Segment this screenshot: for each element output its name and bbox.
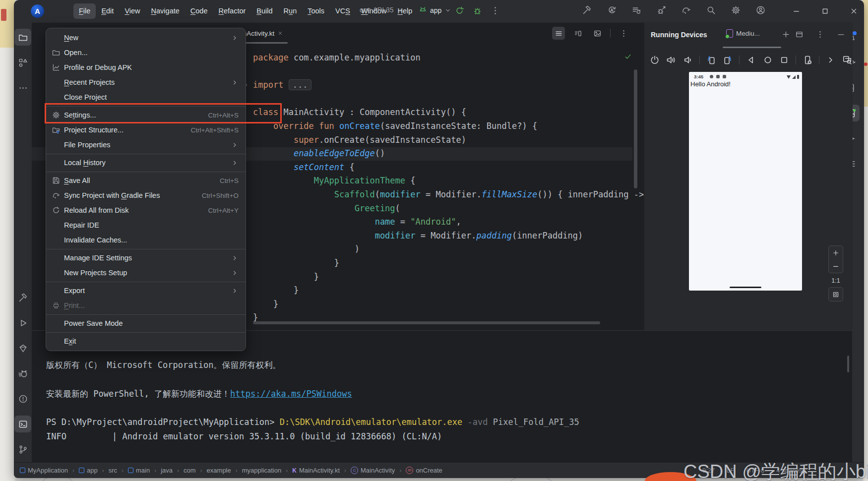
menu-view[interactable]: View <box>119 3 145 19</box>
file-menu-item-invalidate-caches[interactable]: Invalidate Caches... <box>46 233 246 247</box>
menu-code[interactable]: Code <box>185 3 213 19</box>
menu-build[interactable]: Build <box>251 3 278 19</box>
fit-to-frame-button[interactable] <box>828 287 843 301</box>
search-icon[interactable] <box>706 5 716 15</box>
breadcrumb-separator: › <box>102 467 104 474</box>
win-max-button[interactable] <box>810 0 839 22</box>
device-settings-icon[interactable] <box>802 55 813 65</box>
kebab-v-icon[interactable] <box>815 29 825 39</box>
file-menu-item-close-project[interactable]: Close Project <box>46 90 246 105</box>
volume-down-icon[interactable] <box>682 55 693 65</box>
breadcrumb-com[interactable]: com <box>184 467 196 474</box>
win-min-icon[interactable] <box>836 29 846 39</box>
zoom-in-button[interactable] <box>829 246 843 259</box>
breadcrumb-myapplication[interactable]: myapplication <box>242 467 282 474</box>
tool-stripe-folder[interactable] <box>14 29 31 46</box>
kebab-v-icon[interactable] <box>490 5 500 16</box>
tool-stripe-run-triangle[interactable] <box>14 314 31 331</box>
file-menu-item-project-structure[interactable]: Project Structure...Ctrl+Alt+Shift+S <box>46 122 246 137</box>
list-sync-icon[interactable] <box>632 5 641 15</box>
terminal-link[interactable]: https://aka.ms/PSWindows <box>230 389 352 399</box>
menu-file[interactable]: File <box>73 3 96 19</box>
volume-up-icon[interactable] <box>666 55 677 65</box>
win-min-button[interactable] <box>782 0 810 22</box>
win-close-button[interactable] <box>839 0 868 22</box>
menu-icon-spacer <box>52 319 64 328</box>
file-menu-item-save-all[interactable]: Save AllCtrl+S <box>46 173 246 188</box>
breadcrumb-mainactivity[interactable]: CMainActivity <box>351 467 395 474</box>
breadcrumb-oncreate[interactable]: monCreate <box>406 467 442 474</box>
breadcrumb-app[interactable]: app <box>79 467 98 474</box>
menu-edit[interactable]: Edit <box>96 3 119 19</box>
breadcrumb-main[interactable]: main <box>128 467 150 474</box>
nav-home-icon[interactable] <box>762 55 773 65</box>
hammer-icon[interactable] <box>582 5 592 15</box>
rotate-left-icon[interactable] <box>706 55 717 65</box>
tool-stripe-git-branch[interactable] <box>14 441 31 458</box>
add-device-button[interactable] <box>781 29 791 39</box>
emulator-screen[interactable]: 3:45 Hello Android! <box>689 72 802 291</box>
breadcrumb-java[interactable]: java <box>161 467 173 474</box>
editor-vertical-scrollbar[interactable] <box>634 69 637 188</box>
close-icon[interactable] <box>278 31 283 36</box>
tool-stripe-gem[interactable] <box>14 340 31 357</box>
editor-horizontal-scrollbar[interactable] <box>253 321 600 324</box>
zoom-out-button[interactable] <box>829 259 843 273</box>
file-menu-item-exit[interactable]: Exit <box>46 334 246 349</box>
file-menu-item-reload-all-from-disk[interactable]: Reload All from DiskCtrl+Alt+Y <box>46 203 246 218</box>
file-menu-item-open[interactable]: Open... <box>46 45 246 60</box>
file-menu-item-profile-or-debug-apk[interactable]: Profile or Debug APK <box>46 60 246 75</box>
power-icon[interactable] <box>649 55 660 65</box>
phone-mirror-icon <box>726 29 733 38</box>
panel-layout-icon[interactable] <box>794 29 804 39</box>
menu-vcs[interactable]: VCS <box>330 3 356 19</box>
rerun-icon[interactable] <box>454 5 465 16</box>
file-menu-item-manage-ide-settings[interactable]: Manage IDE Settings <box>46 250 246 265</box>
kebab-v-icon[interactable] <box>617 27 630 40</box>
device-tab-medium-phone[interactable]: Mediu... <box>726 29 760 38</box>
file-menu-item-recent-projects[interactable]: Recent Projects <box>46 75 246 90</box>
split-view-icon[interactable] <box>571 27 584 40</box>
menu-tools[interactable]: Tools <box>302 3 330 19</box>
tool-stripe-problems[interactable] <box>14 390 31 407</box>
menu-run[interactable]: Run <box>278 3 303 19</box>
file-menu-item-sync-project-with-gradle-files[interactable]: Sync Project with Gradle FilesCtrl+Shift… <box>46 188 246 203</box>
image-view-icon[interactable] <box>591 27 604 40</box>
sync-a-icon[interactable] <box>607 5 617 15</box>
file-menu-item-print[interactable]: Print... <box>46 298 246 313</box>
file-menu-item-new[interactable]: New <box>46 30 246 45</box>
tool-stripe-hammer[interactable] <box>14 289 31 306</box>
file-menu-item-power-save-mode[interactable]: Power Save Mode <box>46 316 246 331</box>
nav-back-icon[interactable] <box>745 55 756 65</box>
file-menu-item-repair-ide[interactable]: Repair IDE <box>46 218 246 233</box>
file-menu-item-new-projects-setup[interactable]: New Projects Setup <box>46 265 246 280</box>
list-view-icon[interactable] <box>552 27 565 40</box>
nav-recents-icon[interactable] <box>779 55 790 65</box>
gear-icon[interactable] <box>731 5 741 15</box>
file-menu-item-export[interactable]: Export <box>46 283 246 298</box>
avatar-icon[interactable] <box>756 5 765 15</box>
tool-stripe-terminal[interactable] <box>14 416 31 432</box>
tool-stripe-more-h[interactable] <box>14 79 31 96</box>
bug-attach-icon[interactable] <box>657 5 666 15</box>
debug-bug-icon[interactable] <box>472 5 483 16</box>
breadcrumb-src[interactable]: src <box>109 467 117 474</box>
rotate-right-icon[interactable] <box>723 55 734 65</box>
inspection-ok-check-icon[interactable] <box>624 53 632 60</box>
file-menu-item-file-properties[interactable]: File Properties <box>46 137 246 152</box>
file-menu-item-local-history[interactable]: Local History <box>46 155 246 170</box>
breadcrumb-example[interactable]: example <box>207 467 231 474</box>
tool-stripe-resource-manager[interactable] <box>14 54 31 71</box>
menu-refactor[interactable]: Refactor <box>213 3 251 19</box>
run-configuration-dropdown[interactable]: app <box>419 6 451 14</box>
terminal-scrollbar[interactable] <box>847 356 849 372</box>
chevron-right-sm-icon[interactable] <box>825 55 836 65</box>
gradle-elephant-icon[interactable] <box>682 5 691 15</box>
tool-stripe-profiler-cat[interactable] <box>14 365 31 382</box>
screenshot-icon[interactable] <box>842 55 853 65</box>
breadcrumb-myapplication[interactable]: MyApplication <box>20 467 68 474</box>
menu-navigate[interactable]: Navigate <box>146 3 185 19</box>
code-line: import ... <box>253 78 644 92</box>
breadcrumb-mainactivity.kt[interactable]: KMainActivity.kt <box>292 467 340 474</box>
device-selector-dropdown[interactable]: one API 35 <box>360 6 403 14</box>
